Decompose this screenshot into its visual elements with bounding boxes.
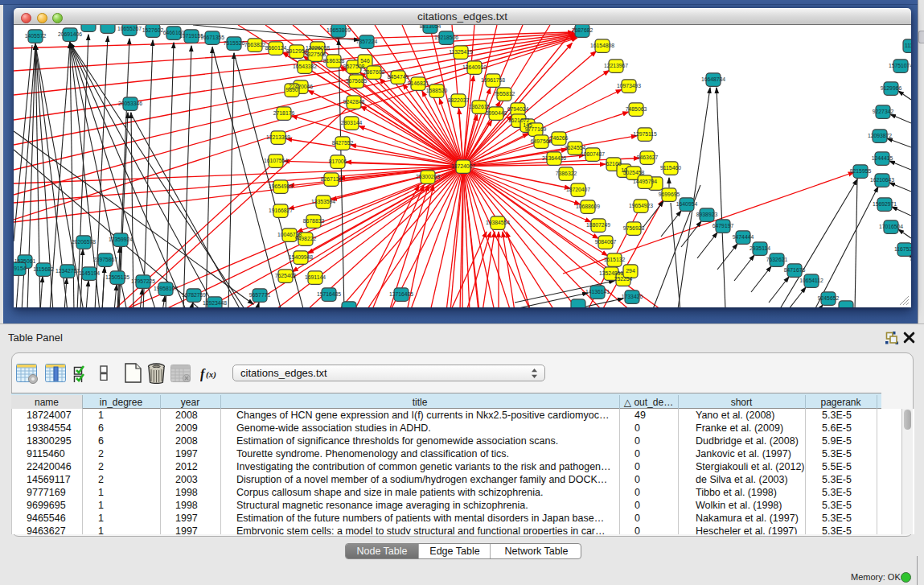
- svg-text:23975867: 23975867: [93, 257, 117, 262]
- svg-text:6794024: 6794024: [507, 106, 529, 112]
- svg-text:14136141: 14136141: [585, 289, 610, 295]
- svg-text:16671355: 16671355: [200, 35, 224, 40]
- svg-text:2935114: 2935114: [749, 245, 770, 251]
- svg-text:19218506: 19218506: [434, 35, 458, 40]
- svg-text:12923448: 12923448: [203, 300, 227, 306]
- svg-text:16154808: 16154808: [590, 43, 614, 48]
- svg-text:1640954: 1640954: [676, 201, 698, 207]
- svg-text:14495794: 14495794: [633, 179, 657, 184]
- svg-text:(x): (x): [206, 369, 216, 380]
- svg-text:16210643: 16210643: [870, 177, 894, 183]
- svg-text:9699695: 9699695: [659, 192, 680, 197]
- svg-text:12975115: 12975115: [633, 131, 657, 137]
- svg-text:2803144: 2803144: [341, 120, 363, 126]
- svg-text:8186328: 8186328: [323, 58, 345, 64]
- svg-text:21364436: 21364436: [542, 155, 566, 161]
- svg-text:20053346: 20053346: [118, 101, 142, 106]
- svg-text:16648784: 16648784: [701, 76, 725, 82]
- svg-text:294: 294: [626, 268, 635, 274]
- svg-text:13716485: 13716485: [389, 291, 413, 297]
- svg-text:1588520: 1588520: [426, 88, 448, 93]
- svg-text:817006: 817006: [329, 159, 347, 164]
- svg-text:10654112: 10654112: [799, 278, 823, 283]
- svg-text:3624554: 3624554: [565, 145, 586, 150]
- svg-text:2867608: 2867608: [363, 69, 385, 75]
- svg-text:7485063: 7485063: [626, 106, 647, 112]
- svg-text:20206578: 20206578: [72, 239, 96, 245]
- svg-text:9777169: 9777169: [525, 126, 547, 132]
- svg-text:1615132: 1615132: [604, 257, 626, 262]
- svg-text:18720407: 18720407: [566, 187, 590, 192]
- svg-text:252254: 252254: [614, 276, 633, 282]
- svg-text:10688609: 10688609: [576, 204, 600, 209]
- svg-text:12093872: 12093872: [868, 133, 892, 138]
- svg-text:9327508: 9327508: [305, 51, 326, 57]
- svg-text:2718176: 2718176: [273, 110, 295, 116]
- svg-text:15716485: 15716485: [317, 291, 341, 297]
- svg-text:16782759: 16782759: [182, 292, 206, 298]
- svg-text:1115682: 1115682: [33, 266, 54, 272]
- svg-text:9227342: 9227342: [873, 109, 894, 114]
- svg-text:3675685: 3675685: [346, 78, 368, 84]
- svg-text:6497568: 6497568: [531, 138, 552, 144]
- svg-text:7357224: 7357224: [356, 39, 378, 44]
- svg-text:62160: 62160: [606, 161, 622, 167]
- svg-text:9463627: 9463627: [637, 154, 659, 160]
- svg-text:8427552: 8427552: [332, 140, 354, 146]
- svg-text:8471676: 8471676: [784, 267, 806, 273]
- svg-text:15692971: 15692971: [873, 201, 897, 207]
- svg-text:1405572: 1405572: [25, 33, 47, 39]
- svg-text:12213369: 12213369: [266, 134, 290, 140]
- svg-text:1527602: 1527602: [142, 27, 164, 33]
- svg-text:17957225: 17957225: [131, 278, 155, 284]
- svg-text:13226058: 13226058: [306, 45, 330, 51]
- svg-text:7663822: 7663822: [244, 42, 266, 47]
- svg-text:19384554: 19384554: [486, 220, 510, 225]
- svg-text:9527508: 9527508: [343, 64, 365, 69]
- svg-text:7955812: 7955812: [494, 91, 515, 97]
- svg-text:1535061: 1535061: [14, 258, 36, 264]
- svg-text:9242848: 9242848: [343, 99, 365, 105]
- svg-text:19166827: 19166827: [269, 208, 293, 213]
- svg-text:9657771: 9657771: [249, 292, 271, 298]
- svg-text:12505135: 12505135: [105, 274, 129, 280]
- svg-text:17016504: 17016504: [879, 224, 903, 229]
- svg-text:7386322: 7386322: [556, 171, 577, 176]
- svg-text:8938923: 8938923: [696, 212, 718, 217]
- svg-text:13353594: 13353594: [311, 199, 335, 204]
- svg-text:8267130: 8267130: [321, 176, 343, 182]
- svg-text:9474444: 9474444: [733, 234, 754, 240]
- svg-text:39154: 39154: [14, 266, 27, 271]
- svg-text:546: 546: [360, 58, 370, 64]
- svg-text:20691406: 20691406: [58, 31, 82, 37]
- svg-text:1167533: 1167533: [894, 246, 911, 252]
- svg-text:12342757: 12342757: [55, 268, 80, 274]
- svg-text:10655267: 10655267: [117, 26, 142, 31]
- svg-text:25300203: 25300203: [416, 174, 440, 179]
- svg-text:19958107: 19958107: [154, 286, 178, 291]
- svg-text:6479197: 6479197: [713, 223, 734, 229]
- svg-text:1117: 1117: [905, 43, 911, 48]
- svg-text:9245652: 9245652: [818, 295, 840, 301]
- svg-text:10973493: 10973493: [617, 83, 641, 89]
- svg-text:10807487: 10807487: [581, 151, 605, 157]
- svg-text:1733426: 1733426: [622, 294, 643, 299]
- svg-text:15751074: 15751074: [889, 63, 911, 68]
- svg-text:16543382: 16543382: [293, 64, 317, 69]
- svg-text:9129966: 9129966: [881, 85, 902, 91]
- svg-text:10653809: 10653809: [326, 27, 351, 33]
- svg-text:7632621: 7632621: [766, 257, 788, 262]
- svg-text:9756928: 9756928: [623, 225, 645, 231]
- svg-text:9146821: 9146821: [408, 80, 429, 86]
- svg-text:12213967: 12213967: [604, 63, 628, 68]
- svg-text:18807249: 18807249: [586, 222, 610, 228]
- svg-text:9498222: 9498222: [295, 236, 317, 241]
- svg-text:8822037: 8822037: [448, 97, 470, 103]
- svg-text:9115460: 9115460: [660, 165, 681, 171]
- svg-text:18724007: 18724007: [451, 163, 475, 169]
- svg-text:1362615: 1362615: [469, 104, 491, 109]
- svg-text:5025458: 5025458: [623, 170, 645, 175]
- svg-text:f: f: [200, 367, 206, 381]
- svg-text:7515526: 7515526: [224, 40, 245, 46]
- svg-text:16107554: 16107554: [264, 158, 288, 163]
